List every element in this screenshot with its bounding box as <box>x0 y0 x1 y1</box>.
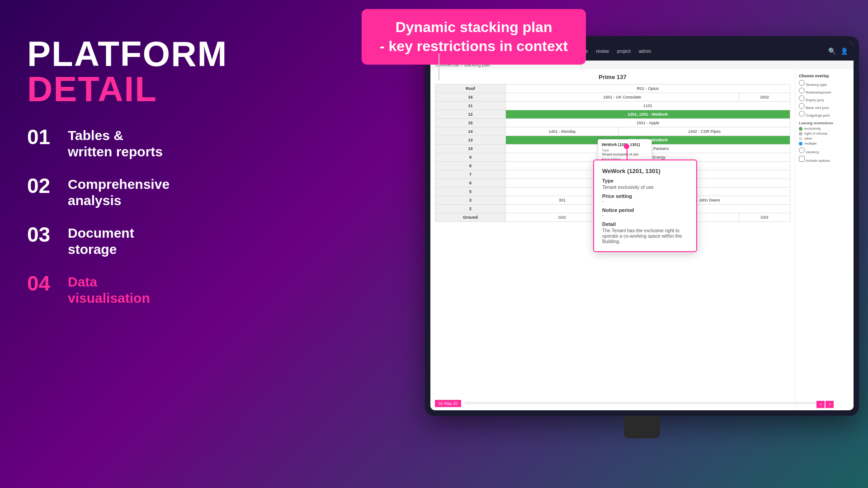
overlay-tenancy[interactable]: Tenancy type <box>799 80 850 87</box>
dot-multiple <box>799 142 802 145</box>
floor-label-10: 10 <box>435 145 506 153</box>
overlay-expiry-radio[interactable] <box>799 95 805 101</box>
feature-text-3: Documentstorage <box>68 222 134 258</box>
floor-label-2: 2 <box>435 205 506 213</box>
popup-type-label: Type <box>602 178 688 183</box>
feature-item-4: 04 Datavisualisation <box>27 271 289 306</box>
popup-detail-label: Detail <box>602 221 688 227</box>
overlay-outgoings[interactable]: Outgoings psm <box>799 111 850 117</box>
table-row: 16 1601 - UK Consulate 1602 <box>435 93 790 102</box>
detail-label: DETAIL <box>27 71 289 107</box>
popup-box: WeWork (1201, 1301) Type Tenant exclusiv… <box>593 160 697 252</box>
include-options-checkbox[interactable] <box>799 156 805 162</box>
monitor-screen: field prime 137 project skyward commerci… <box>430 42 854 410</box>
overlay-base-rent[interactable]: Base rent psm <box>799 103 850 110</box>
nav-project[interactable]: project <box>617 49 631 54</box>
right-overlay-panel: Choose overlay Tenancy type Redevelopmen… <box>795 69 854 410</box>
table-row: 11 1101 <box>435 102 790 110</box>
cell-15-apple[interactable]: 1501 - Apple <box>505 119 790 127</box>
overlay-base-rent-radio[interactable] <box>799 103 805 109</box>
floor-label-7: 7 <box>435 170 506 179</box>
leasing-restrictions-label: Leasing restrictions <box>799 121 850 125</box>
cell-16-1602[interactable]: 1602 <box>739 93 790 102</box>
table-row: 14 1401 - Monday 1402 - CSR Pipes <box>435 127 790 136</box>
feature-number-1: 01 <box>27 125 59 149</box>
search-icon[interactable]: 🔍 <box>828 47 836 55</box>
overlay-redevelopment-radio[interactable] <box>799 88 805 94</box>
legend-multiple-label: multiple <box>804 141 817 145</box>
feature-item-3: 03 Documentstorage <box>27 222 289 258</box>
popup-notice-label: Notice period <box>602 207 688 213</box>
legend-exclusivity-label: exclusivity <box>804 127 821 131</box>
vacancy-radio[interactable] <box>799 147 805 153</box>
tooltip-type-label: Type <box>602 148 648 152</box>
popup-price-label: Price setting <box>602 193 688 199</box>
feature-item-1: 01 Tables &written reports <box>27 125 289 160</box>
user-icon[interactable]: 👤 <box>840 47 848 55</box>
overlay-redevelopment[interactable]: Redevelopment <box>799 88 850 94</box>
app-content: Prime 137 Roof R01 - Optus 16 1601 - UK … <box>430 69 854 410</box>
popup-price-value: - <box>602 199 688 204</box>
monitor-outer: field prime 137 project skyward commerci… <box>425 36 859 416</box>
cell-roof-optus[interactable]: R01 - Optus <box>505 84 790 93</box>
cell-14-csr[interactable]: 1402 - CSR Pipes <box>619 127 790 136</box>
dot-right-of-refusal <box>799 132 802 136</box>
feature-text-1: Tables &written reports <box>68 125 163 160</box>
legend-vacancy[interactable]: vacancy <box>799 147 850 154</box>
left-panel: PLATFORM DETAIL 01 Tables &written repor… <box>27 36 289 306</box>
popup-notice-value: - <box>602 213 688 218</box>
cell-g03[interactable]: G03 <box>739 213 790 222</box>
floor-label-6: 6 <box>435 179 506 188</box>
stacking-main: Prime 137 Roof R01 - Optus 16 1601 - UK … <box>430 69 795 410</box>
legend-multiple: multiple <box>799 141 850 145</box>
platform-label: PLATFORM <box>27 36 289 71</box>
floor-label-3: 3 <box>435 196 506 205</box>
overlay-outgoings-radio[interactable] <box>799 111 805 117</box>
callout-line1: Dynamic stacking plan <box>396 19 552 35</box>
feature-number-4: 04 <box>27 271 59 296</box>
cell-14-monday[interactable]: 1401 - Monday <box>505 127 618 136</box>
feature-number-2: 02 <box>27 174 59 198</box>
floor-label-11: 11 <box>435 102 506 110</box>
legend-right-of-refusal-label: right of refusal <box>804 131 827 136</box>
nav-icons: 🔍 👤 <box>828 47 848 55</box>
legend-other-label: other <box>804 136 812 141</box>
floor-label-ground: Ground <box>435 213 506 222</box>
nav-admin[interactable]: admin <box>639 49 651 54</box>
floor-label-16: 16 <box>435 93 506 102</box>
callout-connector-line <box>439 53 439 80</box>
popup-detail-value: The Tenant has the exclusive right to op… <box>602 228 688 244</box>
feature-text-2: Comprehensiveanalysis <box>68 174 170 209</box>
table-row: Roof R01 - Optus <box>435 84 790 93</box>
cell-16-uk[interactable]: 1601 - UK Consulate <box>505 93 739 102</box>
timeline-date: 01 May 20 <box>435 400 461 407</box>
cell-12-wework[interactable]: 1201, 1301 - WeWork <box>505 110 790 119</box>
feature-text-4: Datavisualisation <box>68 271 150 306</box>
popup-type-value: Tenant exclusivity of use <box>602 184 688 190</box>
feature-number-3: 03 <box>27 222 59 247</box>
floor-label-13: 13 <box>435 136 506 145</box>
monitor-stand <box>624 416 660 438</box>
overlay-tenancy-radio[interactable] <box>799 80 805 86</box>
callout-line2: - key restrictions in context <box>380 38 568 54</box>
floor-label-9: 9 <box>435 153 506 162</box>
legend-right-of-refusal: right of refusal <box>799 131 850 136</box>
table-row: 12 1201, 1301 - WeWork <box>435 110 790 119</box>
overlay-title: Choose overlay <box>799 74 850 78</box>
nav-review[interactable]: review <box>596 49 609 54</box>
floor-label-5: 5 <box>435 188 506 196</box>
table-row: 15 1501 - Apple <box>435 119 790 127</box>
legend-section: Leasing restrictions exclusivity right o… <box>799 121 850 163</box>
floor-label-14: 14 <box>435 127 506 136</box>
tooltip-type-value: Tenant exclusivity of use <box>602 152 648 156</box>
callout-bubble: Dynamic stacking plan - key restrictions… <box>362 9 586 65</box>
laptop-frame: field prime 137 project skyward commerci… <box>416 36 868 443</box>
stacking-title: Prime 137 <box>435 74 790 80</box>
legend-other: other <box>799 136 850 141</box>
cell-11-1101[interactable]: 1101 <box>505 102 790 110</box>
include-options-label[interactable]: Include options <box>799 156 850 163</box>
dot-other <box>799 137 802 141</box>
floor-label-15: 15 <box>435 119 506 127</box>
overlay-expiry[interactable]: Expiry (yrs) <box>799 95 850 102</box>
floor-label-8: 8 <box>435 162 506 170</box>
